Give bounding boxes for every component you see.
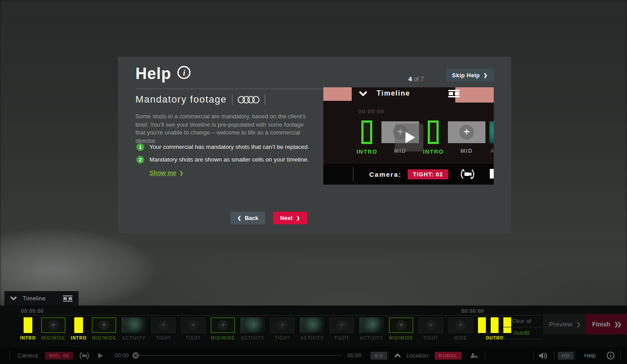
speed-badge[interactable]: X.5 [371,347,387,364]
timeline-cell-label: ACTIVITY [300,336,324,340]
back-button[interactable]: ❮ Back [230,212,265,224]
shot-thumbnail[interactable] [359,317,384,333]
timeline-cell-label: TIGHT [423,336,439,340]
location-label: Location: [406,347,430,364]
timeline-cell[interactable]: ACTIVITY [300,317,324,340]
add-shot-button[interactable]: + [329,317,354,333]
add-shot-button[interactable]: + [92,317,116,333]
timeline-cell[interactable]: +MID/WIDE [41,317,66,340]
timeline-cell[interactable]: ACTIVITY [359,317,384,340]
timeline-tab[interactable]: Timeline [4,291,79,306]
timeline-cell-label: ACTIVITY [241,336,264,340]
timeline-cell[interactable]: +TIGHT [270,317,294,340]
shot-thumbnail[interactable] [300,317,324,333]
preview-button[interactable]: Preview ❯ [543,314,585,334]
timeline-cell-label: OUTRO [486,336,504,340]
add-shot-button[interactable]: + [181,317,205,333]
hd-toggle[interactable]: HD [558,347,574,364]
plus-icon: + [158,320,169,330]
collapse-chevron-button[interactable] [395,347,401,364]
back-label: Back [245,215,258,221]
clear-all-button[interactable]: Clear all [502,315,542,327]
timeline-view-icon [448,90,460,97]
help-menu-button[interactable]: Help [584,347,596,364]
plus-icon: + [396,320,406,330]
location-mountain-icon[interactable] [470,347,479,364]
chevron-down-icon [359,91,367,96]
help-step: 1Your commercial has mandatory shots tha… [136,143,311,151]
timeline-cell-label: TIGHT [334,336,350,340]
add-shot-button[interactable]: + [270,317,294,333]
play-icon [98,353,103,358]
plus-icon: + [336,320,347,330]
timeline-cell-label: TIGHT [186,336,201,340]
divider [485,351,485,360]
plus-icon: + [218,320,228,330]
preview-cell: +MID [448,120,485,154]
add-shot-button[interactable]: + [151,317,176,333]
partial-button [490,169,494,179]
show-me-link[interactable]: Show me ❯ [149,169,184,176]
location-value-badge[interactable]: RURAL [435,347,462,364]
timeline-cell[interactable]: +TIGHT [151,317,176,340]
timeline-cells: INTRO+MID/WIDEINTRO+MID/WIDEACTIVITY+TIG… [20,317,511,340]
timeline-cell-label: ACTIVITY [360,336,383,340]
add-shot-button[interactable]: + [448,317,473,333]
timeline-cell-label: TIGHT [275,336,290,340]
help-step: 2Mandatory shots are shown as smaller ce… [136,156,311,164]
timeline-cell-label: INTRO [20,336,36,340]
add-shot-button[interactable]: + [211,317,235,333]
timeline-cell[interactable]: ACTIVITY [240,317,265,340]
chevron-right-icon: ❯ [483,72,488,78]
preview-cell-label: MID [461,148,473,154]
timeline-cell[interactable]: +TIGHT [181,317,205,340]
divider [620,351,621,360]
preview-start-time: 00:00:00 [358,108,385,115]
play-icon [405,132,415,143]
shot-thumbnail[interactable] [121,317,146,333]
info-icon-button[interactable] [606,347,615,364]
timeline-cell[interactable]: ACTIVITY [121,317,146,340]
app-stage: Help i 4 of 7 Skip Help ❯ Mandatory foot… [0,0,627,364]
preview-camera-label: Camera: [369,171,402,178]
double-chevron-right-icon: ❯❯ [614,321,620,327]
timeline-cell-label: WIDE [454,336,467,340]
plus-icon: + [277,320,288,330]
rotate-camera-icon[interactable] [78,347,91,364]
shot-thumbnail[interactable] [240,317,265,333]
autofill-button[interactable]: Autofill [502,327,542,339]
play-button[interactable] [98,347,103,364]
add-shot-button[interactable]: + [389,317,413,333]
camera-value-badge[interactable]: MID: 05 [45,347,73,364]
add-shot-button[interactable]: + [419,317,443,333]
timeline-cell[interactable]: +MID/WIDE [92,317,116,340]
next-button[interactable]: Next ❯ [273,212,307,224]
skip-help-label: Skip Help [452,72,480,79]
step-text: Mandatory shots are shown as smaller cel… [149,156,309,164]
preview-cell-label: ACTIV [490,148,494,154]
play-overlay-button [395,124,423,151]
skip-help-button[interactable]: Skip Help ❯ [446,69,494,82]
divider [232,94,232,105]
timeline-cell[interactable]: +TIGHT [329,317,354,340]
timeline-cell[interactable]: +MID/WIDE [389,317,413,340]
timeline-cell-label: MID/WIDE [389,336,413,340]
timeline-view-icon [63,295,73,302]
timeline-cell[interactable]: +MID/WIDE [211,317,235,340]
timeline-links: Clear all Autofill [502,315,542,339]
location-value: RURAL [435,352,462,360]
timeline-cell[interactable]: +TIGHT [419,317,443,340]
timeline-cell[interactable]: +WIDE [448,317,473,340]
timeline-scrubber-track[interactable] [136,355,342,356]
timeline-cell-label: TIGHT [156,336,171,340]
finish-button[interactable]: Finish ❯❯ [585,314,627,334]
volume-icon[interactable] [539,347,548,364]
timeline-start-time: 00:00:00 [21,308,44,314]
plus-icon: + [188,320,198,330]
camera-value: MID: 05 [45,352,73,360]
rotate-camera-icon [458,165,477,184]
step-number-badge: 1 [136,143,144,151]
timeline-cell: INTRO [71,317,87,340]
add-shot-button[interactable]: + [41,317,66,333]
preview-cells: INTRO+MIDINTRO+MIDACTIV [357,120,494,155]
